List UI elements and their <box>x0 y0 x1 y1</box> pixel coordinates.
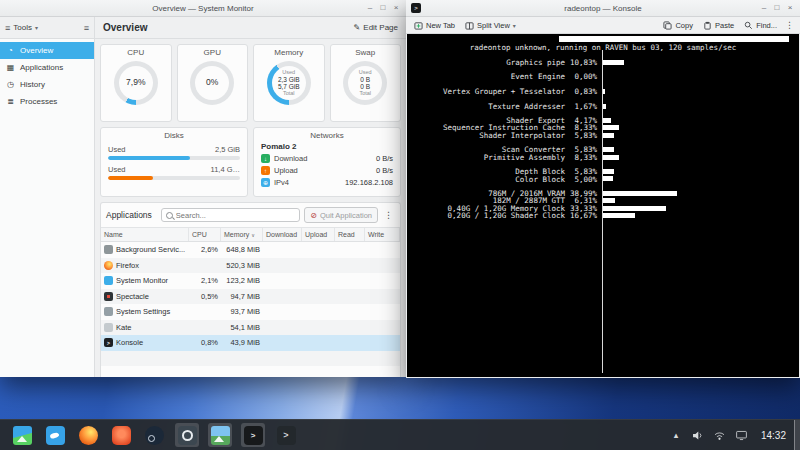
copy-button[interactable]: Copy <box>659 17 697 33</box>
table-row[interactable]: Firefox520,3 MiB <box>101 258 400 274</box>
column-header-upload[interactable]: Upload <box>302 228 335 241</box>
firefox-icon <box>104 261 113 270</box>
disks-card: Disks Used 2,5 GiB Used 11,4 G… <box>100 127 248 197</box>
spectacle-icon <box>178 426 197 445</box>
app-name: Firefox <box>116 261 139 270</box>
column-header-memory[interactable]: Memory∨ <box>221 228 263 241</box>
applications-panel: Applications ⊘ Quit Application ⋮ NameCP… <box>100 202 401 377</box>
taskbar-steam-icon[interactable] <box>142 423 166 447</box>
peek-desktop-strip[interactable] <box>794 420 800 450</box>
search-box[interactable] <box>161 208 300 222</box>
taskbar-chevron-right-icon[interactable]: > <box>274 423 298 447</box>
metric-label: Color Block <box>407 175 565 184</box>
kate-icon <box>104 323 113 332</box>
tools-menu[interactable]: Tools <box>13 23 32 32</box>
monitor-icon <box>104 276 113 285</box>
find-button[interactable]: Find... <box>740 17 781 33</box>
pencil-icon: ✎ <box>354 23 361 32</box>
maximize-button[interactable]: □ <box>378 3 388 13</box>
sort-indicator-icon: ∨ <box>251 232 255 238</box>
processes-icon: ≣ <box>6 97 15 106</box>
download-arrow-icon: ↓ <box>261 154 270 163</box>
gpu-card: GPU 0% <box>177 44 249 122</box>
new-tab-button[interactable]: New Tab <box>410 17 459 33</box>
volume-icon[interactable] <box>691 428 705 442</box>
metric-value: 1,67% <box>565 102 597 111</box>
copy-icon <box>663 21 672 30</box>
sidebar-item-applications[interactable]: ▦Applications <box>0 59 94 76</box>
taskbar-spectacle-icon[interactable] <box>175 423 199 447</box>
close-button[interactable]: × <box>785 3 795 13</box>
column-header-name[interactable]: Name <box>101 228 189 241</box>
table-row[interactable]: >Konsole0,8%43,9 MiB <box>101 335 400 351</box>
sysmon-titlebar[interactable]: Overview — System Monitor – □ × <box>0 0 406 17</box>
app-name: Konsole <box>116 338 143 347</box>
usage-bar <box>603 147 614 152</box>
cpu-cell: 0,5% <box>189 292 221 301</box>
steam-icon <box>145 426 164 445</box>
column-header-download[interactable]: Download <box>263 228 302 241</box>
table-row[interactable]: Background Servic...2,6%648,8 MiB <box>101 242 400 258</box>
hamburger-menu-icon[interactable]: ≡ <box>5 23 10 33</box>
window-controls: – □ × <box>365 3 406 13</box>
split-view-button[interactable]: Split View ▾ <box>461 17 520 33</box>
metric-label: Primitive Assembly <box>407 153 565 162</box>
quit-application-button[interactable]: ⊘ Quit Application <box>304 207 378 223</box>
terminal[interactable]: radeontop unknown, running on RAVEN bus … <box>407 34 799 377</box>
table-header: NameCPUMemory∨DownloadUploadReadWrite <box>101 228 400 242</box>
display-icon[interactable] <box>735 428 749 442</box>
radeontop-line: Vertex Grouper + Tesselator0,83% <box>407 88 799 95</box>
konsole-titlebar[interactable]: > radeontop — Konsole – □ × <box>406 0 800 17</box>
firefox-icon <box>79 426 98 445</box>
disk-network-cards: Disks Used 2,5 GiB Used 11,4 G… <box>100 127 401 197</box>
sidebar-toggle-icon[interactable]: ≡ <box>84 23 89 33</box>
taskbar-app-orange-icon[interactable] <box>109 423 133 447</box>
usage-bar <box>603 191 677 196</box>
column-header-write[interactable]: Write <box>365 228 400 241</box>
minimize-button[interactable]: – <box>759 3 769 13</box>
memory-gauge: Used 2,3 GiB 5,7 GiB Total <box>267 61 311 105</box>
maximize-button[interactable]: □ <box>772 3 782 13</box>
disk-entry: Used 11,4 G… <box>108 165 240 180</box>
minimize-button[interactable]: – <box>365 3 375 13</box>
radeontop-line: Color Block5,00% <box>407 175 799 182</box>
usage-bar <box>603 155 619 160</box>
taskbar-dolphin-icon[interactable] <box>43 423 67 447</box>
search-icon <box>166 212 173 219</box>
taskbar-image-viewer-icon[interactable] <box>208 423 232 447</box>
tray-expander-icon[interactable]: ▴ <box>669 428 683 442</box>
sidebar-item-history[interactable]: ◷History <box>0 76 94 93</box>
close-button[interactable]: × <box>391 3 401 13</box>
memory-cell: 648,8 MiB <box>221 245 263 254</box>
column-header-cpu[interactable]: CPU <box>189 228 221 241</box>
edit-page-button[interactable]: ✎ Edit Page <box>354 23 406 32</box>
taskbar-konsole-icon[interactable]: > <box>241 423 265 447</box>
cpu-cell: 2,6% <box>189 245 221 254</box>
taskbar-application-launcher-icon[interactable] <box>10 423 34 447</box>
memory-card: Memory Used 2,3 GiB 5,7 GiB Total <box>253 44 325 122</box>
table-row[interactable]: System Settings93,7 MiB <box>101 304 400 320</box>
table-row[interactable]: Kate54,1 MiB <box>101 320 400 336</box>
metric-value: 0,83% <box>565 87 597 96</box>
metric-label: Shader Interpolator <box>407 131 565 140</box>
search-input[interactable] <box>176 211 295 220</box>
taskbar-firefox-icon[interactable] <box>76 423 100 447</box>
metric-value: 16,67% <box>565 211 597 220</box>
paste-button[interactable]: Paste <box>699 17 738 33</box>
table-row[interactable]: System Monitor2,1%123,2 MiB <box>101 273 400 289</box>
clock[interactable]: 14:32 <box>757 430 790 441</box>
toolbar-overflow-icon[interactable]: ⋮ <box>783 20 796 30</box>
paste-icon <box>703 21 712 30</box>
globe-icon: ⊕ <box>261 178 270 187</box>
networks-card: Networks Pomalo 2 ↓ Download 0 B/s ↑ Upl… <box>253 127 401 197</box>
network-icon[interactable] <box>713 428 727 442</box>
overflow-menu-icon[interactable]: ⋮ <box>382 210 395 220</box>
table-row-partial[interactable] <box>101 351 400 367</box>
table-row[interactable]: Spectacle0,5%94,7 MiB <box>101 289 400 305</box>
metric-value: 5,83% <box>565 131 597 140</box>
column-header-read[interactable]: Read <box>335 228 365 241</box>
usage-bar <box>603 169 614 174</box>
taskbar: >> ▴ <box>0 419 800 450</box>
sidebar-item-overview[interactable]: ◔Overview <box>0 42 94 59</box>
sidebar-item-processes[interactable]: ≣Processes <box>0 93 94 110</box>
